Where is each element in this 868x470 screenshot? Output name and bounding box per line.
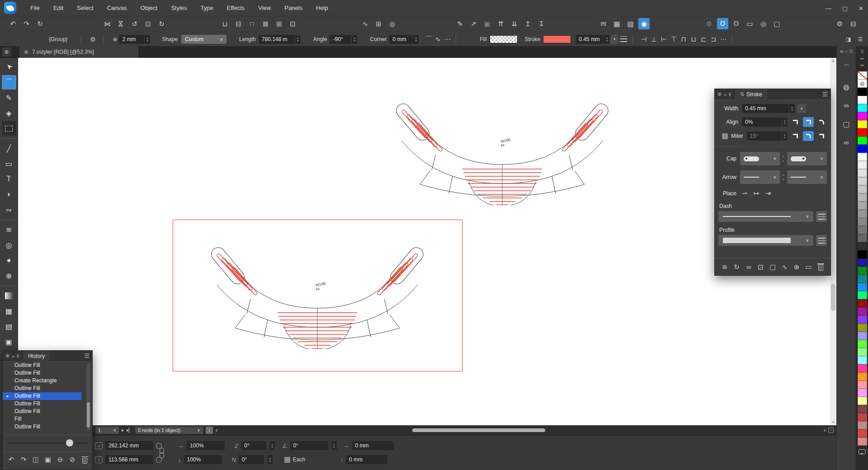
gray-53[interactable] bbox=[858, 218, 867, 226]
node-info-dropdown[interactable]: 0 node (in 1 object)∨ bbox=[135, 427, 203, 434]
mesh-tool[interactable]: ▦ bbox=[2, 304, 16, 318]
crop-icon[interactable]: ⊞ bbox=[373, 18, 384, 29]
color-mode-icon[interactable]: ◉ bbox=[638, 18, 650, 29]
history-item[interactable]: Outline Fill bbox=[3, 423, 81, 431]
angle-field[interactable]: -90° bbox=[330, 35, 351, 44]
brick[interactable] bbox=[858, 413, 867, 421]
stroke-align-stepper[interactable]: ▴▾ bbox=[782, 118, 788, 127]
minimize-button[interactable]: — bbox=[826, 5, 831, 12]
teal[interactable] bbox=[858, 275, 867, 283]
vertical-scroll-thumb[interactable] bbox=[831, 284, 835, 311]
flip-vertical-icon[interactable]: ⋈ bbox=[115, 18, 127, 29]
curve-corner-icon[interactable]: ∿ bbox=[433, 33, 442, 45]
add-style-icon[interactable]: ⊕ bbox=[792, 263, 801, 272]
document-tab[interactable]: ⊗ 7.vstyler [RGB] [@52.3%] bbox=[19, 46, 138, 58]
object-height-field[interactable]: 113.568 mm bbox=[105, 455, 153, 464]
cap-start-dropdown[interactable]: ∨ bbox=[740, 152, 780, 165]
align-center-h-icon[interactable]: ⊥ bbox=[649, 33, 658, 45]
mauve[interactable] bbox=[858, 421, 867, 429]
subtract-icon[interactable]: ⊟ bbox=[233, 18, 244, 29]
sphere-tool[interactable]: ⊕ bbox=[2, 268, 16, 283]
pattern-icon[interactable]: ▦ bbox=[611, 18, 623, 29]
chartreuse[interactable] bbox=[858, 340, 867, 348]
dark-red[interactable] bbox=[858, 299, 867, 307]
history-item[interactable]: Outline Fill bbox=[3, 369, 81, 377]
shape-builder-tool[interactable]: ◗ bbox=[2, 187, 16, 202]
white[interactable] bbox=[858, 96, 867, 104]
spring[interactable] bbox=[858, 291, 867, 299]
canvas-overview-icon[interactable]: + bbox=[828, 428, 834, 433]
size-field[interactable]: 2 mm bbox=[119, 35, 144, 44]
copy-arrow-left-icon[interactable]: ‹ bbox=[783, 177, 784, 182]
miter-stepper[interactable]: ▴▾ bbox=[782, 132, 788, 141]
profile-dropdown[interactable]: ∨ bbox=[718, 235, 813, 246]
history-position-slider[interactable] bbox=[7, 438, 88, 449]
snap-selection-icon[interactable]: Ω bbox=[731, 18, 742, 29]
no-color-swatch[interactable] bbox=[858, 71, 867, 80]
align-top-icon[interactable]: ⊤ bbox=[669, 33, 678, 45]
panel-expand-icon[interactable]: » bbox=[724, 92, 726, 97]
print-icon[interactable]: ⊟ bbox=[848, 18, 859, 29]
scale-y-field[interactable]: 100% bbox=[184, 455, 222, 464]
magenta[interactable] bbox=[858, 112, 867, 120]
select-style-icon[interactable]: ⊡ bbox=[756, 263, 765, 272]
registration-swatch[interactable]: ◎ bbox=[858, 80, 867, 88]
transform-tool[interactable]: ◈ bbox=[2, 106, 16, 120]
history-item[interactable]: Fill bbox=[3, 415, 81, 423]
align-bottom-icon[interactable]: ⊏ bbox=[699, 33, 708, 45]
edit-content-icon[interactable]: ✎ bbox=[454, 18, 466, 29]
menu-item[interactable]: Select bbox=[70, 0, 100, 16]
bevel-join-button[interactable] bbox=[816, 131, 827, 141]
history-scrollbar[interactable] bbox=[86, 363, 90, 430]
delete-stroke-icon[interactable] bbox=[816, 263, 825, 272]
canvas[interactable]: M166 44 M166 44 bbox=[18, 58, 830, 425]
rose[interactable] bbox=[858, 437, 867, 446]
bring-to-front-icon[interactable]: ⇈ bbox=[495, 18, 506, 29]
exclude-icon[interactable]: ⊠ bbox=[260, 18, 271, 29]
snapshot-remove-icon[interactable]: ◫ bbox=[31, 455, 41, 465]
miter-field[interactable]: 15° bbox=[747, 132, 782, 141]
stroke-align-field[interactable]: 0% bbox=[742, 118, 782, 127]
pattern-tool[interactable]: ▤ bbox=[2, 319, 16, 334]
panel-drag-handle[interactable]: ‖ bbox=[729, 92, 731, 97]
yellow[interactable] bbox=[858, 120, 867, 128]
history-item[interactable]: Outline Fill bbox=[3, 362, 81, 369]
length-stepper[interactable]: ▴▾ bbox=[295, 35, 301, 44]
purple[interactable] bbox=[858, 307, 867, 315]
snap-options-icon[interactable]: ⚙ bbox=[703, 18, 715, 29]
more-options-icon[interactable]: ⋯ bbox=[442, 33, 452, 45]
gray-40[interactable] bbox=[858, 234, 867, 242]
last-page-icon[interactable]: ▸▏ bbox=[127, 428, 132, 432]
light-yellow[interactable] bbox=[858, 397, 867, 405]
gray-66[interactable] bbox=[858, 202, 867, 210]
periwinkle[interactable] bbox=[858, 332, 867, 340]
comment-icon[interactable] bbox=[859, 449, 866, 454]
scroll-up-icon[interactable]: ▲ bbox=[831, 59, 835, 63]
black-2[interactable] bbox=[858, 250, 867, 258]
history-item[interactable]: Outline Fill bbox=[3, 408, 81, 415]
corner-field[interactable]: 0 mm bbox=[389, 35, 413, 44]
each-checkbox[interactable] bbox=[284, 457, 290, 463]
fill-swatch[interactable] bbox=[490, 35, 518, 43]
stroke-options-icon[interactable] bbox=[620, 36, 627, 42]
skew-v-field[interactable]: 0° bbox=[239, 455, 264, 464]
menu-item[interactable]: Panels bbox=[278, 0, 309, 16]
history-slider-knob[interactable] bbox=[66, 439, 73, 446]
snap-shape-icon[interactable]: ▢ bbox=[771, 18, 783, 29]
more-align-icon[interactable]: ⋯ bbox=[718, 33, 729, 45]
snap-center-icon[interactable]: ◎ bbox=[758, 18, 769, 29]
skew-v-stepper[interactable]: ▴▾ bbox=[267, 455, 273, 464]
scroll-right-icon[interactable]: › bbox=[824, 427, 826, 433]
skew-h-field[interactable]: 0° bbox=[241, 441, 266, 450]
tab-close-icon[interactable]: ⊗ bbox=[24, 49, 28, 55]
expand-stroke-icon[interactable]: ▢ bbox=[768, 263, 777, 272]
stroke-width-dropdown[interactable]: ▾ bbox=[611, 35, 618, 44]
stroke-width-field[interactable]: 0.45 mm bbox=[742, 104, 789, 113]
style-link-panel-icon[interactable]: ∞ bbox=[841, 100, 852, 111]
dash-dropdown[interactable]: ∨ bbox=[718, 211, 813, 222]
salmon[interactable] bbox=[858, 381, 867, 389]
move-y-field[interactable]: 0 mm bbox=[346, 455, 387, 464]
select-tool[interactable]: ➤ bbox=[0, 56, 19, 77]
align-left-icon[interactable]: ⊣ bbox=[639, 33, 648, 45]
menu-item[interactable]: Help bbox=[309, 0, 335, 16]
